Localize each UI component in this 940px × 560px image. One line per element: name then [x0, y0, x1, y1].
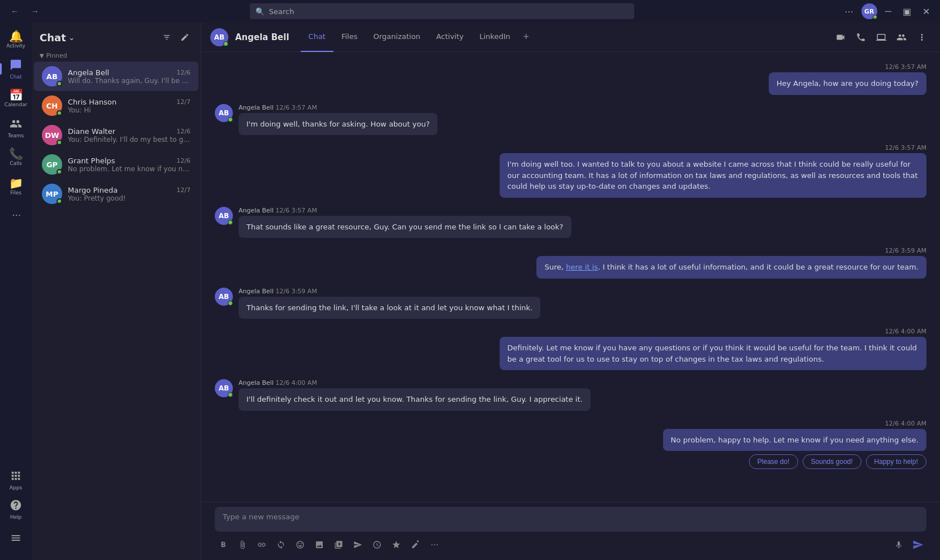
- image-button[interactable]: [311, 536, 328, 553]
- msg-bubble-in4: I'll definitely check it out and let you…: [239, 388, 591, 411]
- chat-item-angela[interactable]: AB Angela Bell 12/6 Will do. Thanks agai…: [34, 62, 198, 91]
- quick-reply-3[interactable]: Happy to help!: [866, 454, 926, 469]
- whiteboard-button[interactable]: [407, 536, 424, 553]
- sidebar-item-calls[interactable]: 📞 Calls: [0, 142, 32, 172]
- message-in2: AB Angela Bell 12/6 3:57 AM That sounds …: [215, 207, 926, 238]
- quick-reply-2[interactable]: Sounds good!: [803, 454, 861, 469]
- more-icon: ⋯: [12, 211, 20, 220]
- msg-bubble-out5: No problem, happy to help. Let me know i…: [663, 429, 926, 452]
- chat-date-grant: 12/6: [176, 157, 190, 164]
- more-options-button[interactable]: ⋯: [841, 5, 857, 18]
- sidebar-item-activity[interactable]: 🔔 Activity: [0, 25, 32, 54]
- chat-item-grant[interactable]: GP Grant Phelps 12/6 No problem. Let me …: [34, 150, 198, 179]
- nav-controls: ← →: [7, 3, 43, 19]
- emoji-button[interactable]: [292, 536, 309, 553]
- sidebar-item-chat[interactable]: Chat: [0, 54, 32, 84]
- maximize-button[interactable]: ▣: [899, 5, 915, 18]
- msg-avatar-status-in4: [228, 392, 233, 397]
- chat-avatar-angela: AB: [42, 66, 62, 86]
- quick-reply-1[interactable]: Please do!: [749, 454, 798, 469]
- msg-meta-out4: 12/6 4:00 AM: [500, 328, 926, 335]
- message-out2: 12/6 3:57 AM I'm doing well too. I wante…: [215, 144, 926, 198]
- tab-chat[interactable]: Chat: [301, 23, 333, 52]
- msg-link[interactable]: here it is: [566, 263, 598, 271]
- apps-icon: [10, 470, 22, 484]
- video-call-button[interactable]: [831, 28, 850, 46]
- user-avatar[interactable]: GR: [861, 3, 877, 19]
- msg-content-out1: 12/6 3:57 AM Hey Angela, how are you doi…: [769, 63, 926, 95]
- sidebar-item-toggle[interactable]: [0, 524, 32, 553]
- contact-avatar: AB: [210, 28, 228, 46]
- contact-name: Angela Bell: [235, 32, 289, 42]
- chat-name-chris: Chris Hanson: [68, 98, 116, 106]
- giphy-button[interactable]: [330, 536, 347, 553]
- sidebar-item-teams[interactable]: Teams: [0, 113, 32, 142]
- add-tab-button[interactable]: +: [518, 29, 534, 45]
- chat-item-margo[interactable]: MP Margo Pineda 12/7 You: Pretty good!: [34, 179, 198, 209]
- chat-date-margo: 12/7: [176, 186, 190, 194]
- msg-content-out4: 12/6 4:00 AM Definitely. Let me know if …: [500, 328, 926, 370]
- chat-item-diane[interactable]: DW Diane Walter 12/6 You: Definitely. I'…: [34, 120, 198, 150]
- message-out4: 12/6 4:00 AM Definitely. Let me know if …: [215, 328, 926, 370]
- screenshare-button[interactable]: [872, 28, 890, 46]
- tab-files[interactable]: Files: [333, 23, 366, 52]
- people-button[interactable]: [893, 28, 911, 46]
- message-in3: AB Angela Bell 12/6 3:59 AM Thanks for s…: [215, 288, 926, 319]
- message-in1: AB Angela Bell 12/6 3:57 AM I'm doing we…: [215, 104, 926, 136]
- msg-avatar-status-in2: [228, 220, 233, 225]
- conversation-tabs: Chat Files Organization Activity LinkedI…: [301, 23, 534, 52]
- chat-list-actions: [159, 29, 193, 45]
- message-input-area: Type a new message: [201, 502, 940, 560]
- msg-avatar-in1: AB: [215, 104, 233, 122]
- schedule-button[interactable]: [369, 536, 385, 553]
- msg-bubble-in1: I'm doing well, thanks for asking. How a…: [239, 113, 437, 136]
- send-button[interactable]: [909, 536, 926, 553]
- send-msg-button[interactable]: [349, 536, 366, 553]
- search-bar[interactable]: 🔍 Search: [250, 3, 634, 19]
- chat-dropdown-icon[interactable]: ⌄: [68, 33, 75, 42]
- loop-button[interactable]: [272, 536, 289, 553]
- link-button[interactable]: [253, 536, 270, 553]
- message-input[interactable]: Type a new message: [215, 507, 926, 532]
- msg-avatar-status-in1: [228, 117, 233, 122]
- msg-content-out5: 12/6 4:00 AM No problem, happy to help. …: [663, 420, 926, 470]
- msg-content-in2: Angela Bell 12/6 3:57 AM That sounds lik…: [239, 207, 571, 238]
- audio-call-button[interactable]: [852, 28, 870, 46]
- sidebar-item-apps-label: Apps: [10, 485, 22, 490]
- praise-button[interactable]: [388, 536, 405, 553]
- sidebar-bottom: Apps Help: [0, 465, 32, 560]
- filter-button[interactable]: [159, 29, 175, 45]
- sidebar-item-more[interactable]: ⋯: [0, 201, 32, 231]
- messages-area: 12/6 3:57 AM Hey Angela, how are you doi…: [201, 52, 940, 502]
- sidebar: 🔔 Activity Chat 📅 Calendar Teams 📞 Calls…: [0, 23, 32, 560]
- dictate-button[interactable]: [890, 536, 907, 553]
- chat-item-chris[interactable]: CH Chris Hanson 12/7 You: Hi: [34, 91, 198, 120]
- more-actions-button[interactable]: ⋯: [426, 536, 443, 553]
- chat-avatar-margo: MP: [42, 184, 62, 204]
- attach-button[interactable]: [234, 536, 251, 553]
- chat-icon: [10, 59, 22, 73]
- tab-activity[interactable]: Activity: [428, 23, 472, 52]
- tab-organization[interactable]: Organization: [366, 23, 428, 52]
- format-button[interactable]: [215, 536, 232, 553]
- message-toolbar: ⋯: [215, 536, 926, 553]
- title-bar-right: ⋯ GR ─ ▣ ✕: [841, 3, 933, 19]
- forward-button[interactable]: →: [27, 3, 43, 19]
- sidebar-item-apps[interactable]: Apps: [0, 465, 32, 494]
- close-button[interactable]: ✕: [919, 5, 933, 18]
- sidebar-item-files[interactable]: 📁 Files: [0, 172, 32, 201]
- msg-bubble-out2: I'm doing well too. I wanted to talk to …: [500, 153, 926, 198]
- new-chat-button[interactable]: [177, 29, 193, 45]
- msg-meta-out2: 12/6 3:57 AM: [500, 144, 926, 151]
- msg-content-in1: Angela Bell 12/6 3:57 AM I'm doing well,…: [239, 104, 437, 136]
- tab-linkedin[interactable]: LinkedIn: [471, 23, 518, 52]
- sidebar-item-calendar[interactable]: 📅 Calendar: [0, 84, 32, 113]
- msg-meta-out3: 12/6 3:59 AM: [536, 247, 926, 254]
- msg-avatar-status-in3: [228, 301, 233, 306]
- toggle-sidebar-icon: [10, 532, 21, 545]
- sidebar-item-help[interactable]: Help: [0, 494, 32, 524]
- minimize-button[interactable]: ─: [882, 5, 895, 18]
- chat-info-angela: Angela Bell 12/6 Will do. Thanks again, …: [68, 68, 190, 85]
- more-conv-options-button[interactable]: [913, 28, 931, 46]
- back-button[interactable]: ←: [7, 3, 23, 19]
